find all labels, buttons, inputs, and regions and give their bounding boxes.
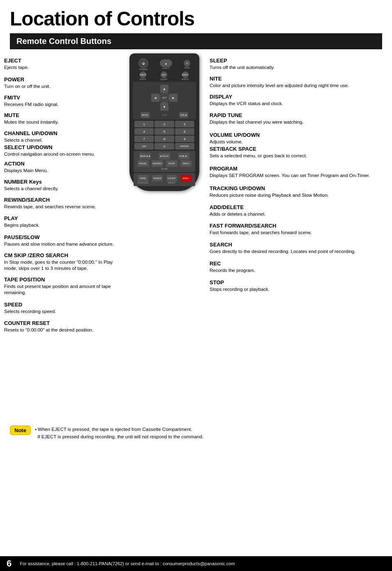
num9-button[interactable]: 9 bbox=[175, 136, 194, 142]
label-power: POWER Turn on or off the unit. bbox=[4, 76, 119, 90]
remote-image-area: ⏻ POWER ▲ EJECT N NITE FM/TV bbox=[119, 49, 210, 419]
number-pad: 1 2 3 4 5 6 7 8 9 100 0 ADD/DL bbox=[134, 121, 194, 150]
label-action: ACTION Displays Main Menu. bbox=[4, 161, 119, 174]
fmtv-button[interactable]: FM/TV bbox=[140, 71, 146, 78]
ch-down-button[interactable]: ▼ bbox=[160, 103, 168, 111]
label-rec: REC Records the program. bbox=[210, 260, 388, 274]
remote-top-buttons: ⏻ POWER ▲ EJECT N NITE bbox=[133, 58, 196, 71]
bottom-section: TAPE POSITION SPEED COUNT RESET ●REC bbox=[134, 173, 195, 186]
label-tape-position: TAPE POSITION Finds out present tape pos… bbox=[4, 276, 119, 296]
label-number-keys: NUMBER Keys Selects a channel directly. bbox=[4, 179, 119, 192]
speed-button[interactable]: SPEED bbox=[152, 175, 163, 182]
label-volume: VOLUME UP/DOWN Adjusts volume. bbox=[210, 132, 388, 145]
label-counter-reset: COUNTER RESET Resets to "0:00:00" at the… bbox=[4, 320, 119, 333]
note-badge: Note bbox=[10, 426, 31, 435]
label-display: DISPLAY Displays the VCR status and cloc… bbox=[210, 94, 388, 107]
label-stop: STOP Stops recording or playback. bbox=[210, 279, 388, 292]
label-program: PROGRAM Displays SET PROGRAM screen. You… bbox=[210, 166, 388, 179]
remote-second-row: FM/TV FM/TV SLP SLEEP DSPLY DISPLY bbox=[133, 71, 196, 81]
vol-left-button[interactable]: ◄VOL bbox=[141, 112, 150, 118]
search-button[interactable]: SRCH bbox=[180, 160, 192, 167]
bottom-row: TAPE POSITION SPEED COUNT RESET ●REC bbox=[136, 175, 193, 184]
ch-up-button[interactable]: ▲ bbox=[160, 85, 168, 93]
num3-button[interactable]: 3 bbox=[175, 121, 194, 127]
counter-button[interactable]: COUNT bbox=[166, 175, 177, 182]
num5-button[interactable]: 5 bbox=[154, 128, 174, 135]
transport-section: REW◄◄ ►PLAY FF►► PAUSE CM/ZERO STOP SRCH… bbox=[134, 151, 195, 172]
select-right-button[interactable]: ► bbox=[169, 94, 178, 102]
play-button[interactable]: ►PLAY bbox=[159, 153, 170, 159]
action-button[interactable]: ACT bbox=[159, 93, 169, 103]
add-del-button[interactable]: ADD/DL bbox=[175, 143, 194, 150]
num0-button[interactable]: 0 bbox=[154, 143, 174, 150]
left-labels: EJECT Ejects tape. POWER Turn on or off … bbox=[4, 49, 119, 419]
label-search: SEARCH Goes directly to the desired reco… bbox=[210, 242, 388, 255]
label-rewind: REWIND/SEARCH Rewinds tape, and searches… bbox=[4, 197, 119, 210]
ff-button[interactable]: FF►► bbox=[178, 153, 189, 159]
label-speed: SPEED Selects recording speed. bbox=[4, 302, 119, 315]
num4-button[interactable]: 4 bbox=[134, 128, 154, 135]
note-text: • When EJECT is pressed, the tape is eje… bbox=[35, 426, 203, 441]
label-nite: NITE Color and picture intensity level a… bbox=[210, 76, 388, 89]
stop-button[interactable]: STOP bbox=[166, 160, 178, 167]
rec-button[interactable]: ●REC bbox=[181, 175, 191, 182]
num2-button[interactable]: 2 bbox=[154, 121, 174, 127]
pause-button[interactable]: PAUSE bbox=[137, 160, 149, 167]
page-footer: 6 For assistance, please call : 1-800-21… bbox=[0, 556, 392, 571]
num6-button[interactable]: 6 bbox=[175, 128, 194, 135]
label-mute: MUTE Mutes the sound instantly. bbox=[4, 112, 119, 125]
cmzero-button[interactable]: CM/ZERO bbox=[152, 160, 163, 167]
rew-button[interactable]: REW◄◄ bbox=[139, 153, 151, 159]
page-header: Location of Controls bbox=[0, 0, 392, 33]
select-left-button[interactable]: ◄ bbox=[151, 94, 159, 102]
vol-right-button[interactable]: VOL► bbox=[179, 112, 188, 118]
dpad: ▲ ◄ ACT ► ▼ bbox=[134, 85, 194, 111]
eject-button[interactable]: ▲ bbox=[160, 60, 172, 67]
dpad-section: ▲ ◄ ACT ► ▼ ◄VOL C.H bbox=[133, 82, 196, 120]
transport-row2: PAUSE CM/ZERO STOP SRCH bbox=[136, 160, 193, 167]
label-setback: SET/BACK SPACE Sets a selected menu, or … bbox=[210, 146, 388, 159]
num7-button[interactable]: 7 bbox=[134, 136, 154, 142]
label-sleep: SLEEP Turns off the unit automatically. bbox=[210, 58, 388, 71]
right-labels: SLEEP Turns off the unit automatically. … bbox=[210, 49, 388, 419]
power-button[interactable]: ⏻ bbox=[138, 58, 148, 68]
num8-button[interactable]: 8 bbox=[154, 136, 174, 142]
label-eject: EJECT Ejects tape. bbox=[4, 58, 119, 71]
label-pause: PAUSE/SLOW Pauses and slow motion and fr… bbox=[4, 234, 119, 247]
footer-text: For assistance, please call : 1-800-211-… bbox=[20, 561, 235, 566]
label-tracking: TRACKING UP/DOWN Reduces picture noise d… bbox=[210, 185, 388, 198]
section-header: Remote Control Buttons bbox=[10, 33, 382, 49]
label-cmskip: CM SKIP /ZERO SEARCH In Stop mode, goes … bbox=[4, 252, 119, 272]
tape-button[interactable]: TAPE bbox=[138, 175, 148, 182]
label-fmtv: FM/TV Receives FM radio signal. bbox=[4, 94, 119, 108]
page-wrapper: Location of Controls Remote Control Butt… bbox=[0, 0, 392, 441]
note-section: Note • When EJECT is pressed, the tape i… bbox=[10, 426, 382, 441]
page-number: 6 bbox=[7, 558, 12, 569]
page-title: Location of Controls bbox=[10, 7, 382, 30]
label-play: PLAY Begins playback. bbox=[4, 215, 119, 228]
nite-button[interactable]: N bbox=[184, 60, 190, 67]
sleep-button[interactable]: SLP bbox=[161, 71, 167, 78]
num100-button[interactable]: 100 bbox=[134, 143, 154, 150]
num1-button[interactable]: 1 bbox=[134, 121, 154, 127]
label-select: SELECT UP/DOWN Control navigation around… bbox=[4, 144, 119, 157]
vol-row: ◄VOL C.H VOL► bbox=[134, 112, 194, 118]
label-fast-forward: FAST FORWARD/SEARCH Fast forwards tape, … bbox=[210, 223, 388, 236]
label-add-delete: ADD/DELETE Adds or deletes a channel. bbox=[210, 204, 388, 217]
main-content: EJECT Ejects tape. POWER Turn on or off … bbox=[0, 49, 392, 419]
display-button[interactable]: DSPLY bbox=[182, 71, 189, 78]
remote-control: ⏻ POWER ▲ EJECT N NITE FM/TV bbox=[129, 53, 199, 191]
label-rapid-tune: RAPID TUNE Displays the last channel you… bbox=[210, 112, 388, 125]
label-channel: CHANNEL UP/DOWN Selects a channel. bbox=[4, 130, 119, 143]
transport-row1: REW◄◄ ►PLAY FF►► bbox=[136, 153, 193, 159]
